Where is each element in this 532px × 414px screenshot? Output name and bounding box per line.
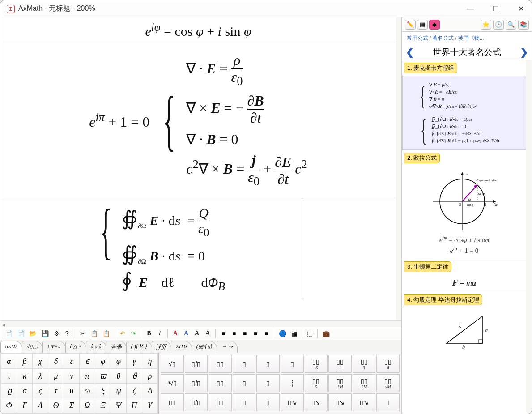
greek-symbol[interactable]: Σ	[64, 398, 79, 413]
structure-template[interactable]: ▯▯	[209, 393, 232, 411]
greek-symbol[interactable]: Θ	[48, 398, 64, 413]
greek-symbol[interactable]: ζ	[127, 384, 142, 398]
greek-symbol[interactable]: φ	[111, 354, 126, 368]
greek-symbol[interactable]: ε	[64, 354, 79, 368]
section-newton[interactable]: 3. 牛顿第二定律 F = ma	[402, 259, 526, 292]
symbol-tab[interactable]: √▯⬚	[22, 341, 43, 353]
structure-template[interactable]: ▯▯	[209, 355, 232, 373]
greek-symbol[interactable]: ϱ	[1, 384, 17, 398]
toolbar-button[interactable]: 💾	[39, 329, 51, 338]
close-button[interactable]: ✕	[516, 4, 525, 13]
structure-template[interactable]: ▯/▯	[185, 374, 208, 392]
structure-template[interactable]: ▯/▯	[185, 393, 208, 411]
greek-symbol[interactable]: θ	[111, 369, 126, 383]
toolbar-button[interactable]: 📂	[27, 329, 38, 338]
structure-template[interactable]: ▯▯5	[305, 374, 328, 392]
library-toolbar-button[interactable]: ▦	[417, 20, 428, 30]
greek-symbol[interactable]: δ	[48, 354, 64, 368]
toolbar-button[interactable]: ≡	[261, 329, 271, 338]
greek-symbol[interactable]: α	[1, 354, 17, 368]
structure-template[interactable]: ▯▯-3	[305, 355, 328, 373]
structure-template[interactable]: √▯	[161, 355, 184, 373]
structure-template[interactable]: ▯▯4	[376, 355, 400, 373]
greek-symbol[interactable]: β	[17, 354, 32, 368]
structure-template[interactable]: ▯	[376, 393, 400, 411]
greek-symbol[interactable]: Φ	[1, 398, 17, 413]
structure-template[interactable]: ▯↘	[353, 393, 376, 411]
greek-symbol[interactable]: σ	[17, 384, 32, 398]
toolbar-button[interactable]: ?	[62, 329, 72, 338]
toolbar-button[interactable]: ✂	[78, 329, 88, 338]
toolbar-button[interactable]: ≡	[240, 329, 250, 338]
toolbar-button[interactable]: ≡	[251, 329, 260, 338]
toolbar-button[interactable]: ↶	[118, 329, 128, 338]
toolbar-button[interactable]: 📄	[15, 329, 26, 338]
greek-symbol[interactable]: ϖ	[95, 369, 111, 383]
greek-symbol[interactable]: ϑ	[127, 369, 142, 383]
greek-symbol[interactable]: λ	[33, 369, 48, 383]
structure-template[interactable]: ▯▯	[161, 393, 184, 411]
section-maxwell[interactable]: 1. 麦克斯韦方程组 {∇·𝑬 = ρ/ε₀∇×𝑬 = −∂𝑩/∂t∇·𝑩 = …	[402, 60, 526, 150]
symbol-tab[interactable]: → ⇒	[217, 341, 238, 353]
greek-symbol[interactable]: Γ	[17, 398, 32, 413]
structure-template[interactable]: ▯▯2M	[353, 374, 376, 392]
symbol-tab[interactable]: ΣΠ∪	[171, 341, 192, 353]
greek-symbol[interactable]: ϵ	[80, 354, 95, 368]
toolbar-button[interactable]: ▦	[289, 329, 299, 338]
greek-symbol[interactable]: η	[142, 354, 157, 368]
greek-symbol[interactable]: υ	[64, 384, 79, 398]
structure-template[interactable]: ▯↘	[328, 393, 352, 411]
greek-symbol[interactable]: Δ	[142, 384, 157, 398]
symbol-tab[interactable]: ±∓÷○	[42, 341, 65, 353]
formula-euler[interactable]: eiφ = cos φ + i sin φ	[0, 17, 396, 43]
greek-symbol[interactable]: ρ	[142, 369, 157, 383]
greek-symbol[interactable]: Υ	[142, 398, 157, 413]
symbol-tab[interactable]: â ä ã	[86, 341, 106, 353]
greek-symbol[interactable]: Λ	[33, 398, 48, 413]
prev-category-button[interactable]: ❮	[406, 47, 414, 58]
structure-template[interactable]: ▯▯	[209, 374, 232, 392]
toolbar-button[interactable]: 📋	[101, 329, 112, 338]
greek-symbol[interactable]: Ω	[80, 398, 95, 413]
greek-symbol[interactable]: Π	[127, 398, 142, 413]
greek-symbol[interactable]: ι	[1, 369, 17, 383]
structure-template[interactable]: ▯	[233, 355, 256, 373]
structure-template[interactable]: ▯	[256, 374, 280, 392]
structure-template[interactable]: ▯↘	[281, 393, 304, 411]
greek-symbol[interactable]: ξ	[95, 384, 111, 398]
toolbar-button[interactable]: 💼	[320, 329, 332, 338]
library-toolbar-button[interactable]: 🕒	[493, 20, 504, 30]
structure-template[interactable]: ▯▯1	[328, 355, 352, 373]
greek-symbol[interactable]: χ	[33, 354, 48, 368]
toolbar-button[interactable]: A	[181, 329, 191, 338]
toolbar-button[interactable]: A	[192, 329, 202, 338]
greek-symbol[interactable]: ψ	[111, 384, 126, 398]
symbol-tab[interactable]: 合叠	[106, 341, 127, 353]
greek-symbol[interactable]: κ	[17, 369, 32, 383]
toolbar-button[interactable]: ≡	[229, 329, 239, 338]
toolbar-button[interactable]: ↷	[128, 329, 138, 338]
structure-template[interactable]: ┊	[281, 374, 304, 392]
library-toolbar-button[interactable]: 📚	[518, 20, 529, 30]
toolbar-button[interactable]: ≡	[218, 329, 228, 338]
toolbar-button[interactable]: ⬚	[305, 329, 315, 338]
structure-template[interactable]: ▯	[281, 355, 304, 373]
structure-template[interactable]: ▯	[233, 393, 256, 411]
library-toolbar-button[interactable]: ◆	[429, 20, 440, 30]
symbol-tab[interactable]: αεΔΩ	[0, 341, 22, 353]
symbol-tab[interactable]: (▦){▯}	[192, 341, 217, 353]
next-category-button[interactable]: ❯	[520, 47, 528, 58]
library-toolbar-button[interactable]: ✏️	[405, 20, 416, 30]
structure-template[interactable]: ⁿ√▯	[161, 374, 184, 392]
greek-symbol[interactable]: Ψ	[111, 398, 126, 413]
library-breadcrumb[interactable]: 常用公式/著名公式/英国《物...	[402, 32, 532, 45]
library-toolbar-button[interactable]: ⭐	[481, 20, 491, 30]
structure-template[interactable]: ▯/▯	[185, 355, 208, 373]
greek-symbol[interactable]: φ	[95, 354, 111, 368]
editor-canvas[interactable]: eiφ = cos φ + i sin φ eiπ + 1 = 0 { ∇ · …	[0, 17, 401, 320]
structure-template[interactable]: ▯▯1M	[328, 374, 352, 392]
structure-template[interactable]: ▯	[256, 355, 280, 373]
minimize-button[interactable]: —	[466, 4, 475, 13]
toolbar-button[interactable]: B	[144, 329, 154, 338]
greek-symbol[interactable]: ς	[33, 384, 48, 398]
